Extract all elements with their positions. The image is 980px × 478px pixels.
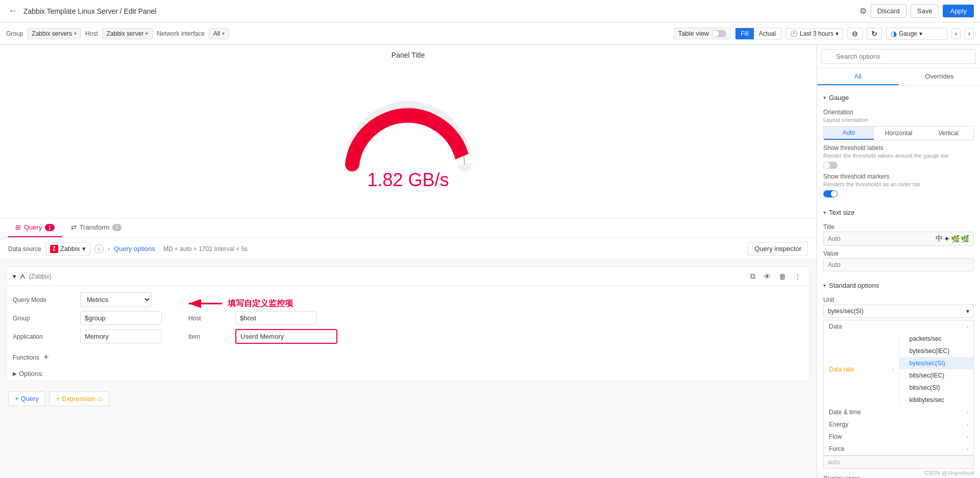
threshold-labels-toggle[interactable] xyxy=(823,162,838,169)
refresh-button[interactable]: ↻ xyxy=(867,28,882,40)
text-size-section-header[interactable]: ▾ Text size xyxy=(823,205,974,219)
more-button[interactable]: ⋮ xyxy=(792,271,803,282)
emoji-font: ✦ xyxy=(944,235,950,243)
collapse-caret[interactable]: ▾ xyxy=(13,272,16,280)
standard-options-header[interactable]: ▾ Standard options xyxy=(823,278,974,292)
time-range-label: Last 3 hours xyxy=(800,30,834,37)
viz-icon: ◑ xyxy=(891,30,897,38)
tab-transform[interactable]: ⇄ Transform 0 xyxy=(64,218,129,237)
min-input[interactable] xyxy=(823,456,974,469)
query-section: ⊞ Query 1 ⇄ Transform 0 Data source Z Za… xyxy=(0,218,816,478)
unit-caret: ▾ xyxy=(966,308,969,315)
topbar-right: ⚙ Discard Save Apply xyxy=(860,4,974,18)
dropdown-item-data-rate[interactable]: Data rate › xyxy=(824,333,899,406)
value-input[interactable] xyxy=(823,258,974,271)
query-mode-select[interactable]: Metrics xyxy=(80,292,152,307)
orientation-horizontal[interactable]: Horizontal xyxy=(874,127,924,140)
orientation-auto[interactable]: Auto xyxy=(824,127,874,140)
gauge-section-caret: ▾ xyxy=(823,95,826,100)
application-field-input[interactable] xyxy=(80,330,162,343)
viz-selector[interactable]: ◑ Gauge ▾ xyxy=(886,28,947,40)
host-field-input[interactable] xyxy=(235,311,317,325)
dropdown-item-flow[interactable]: Flow › xyxy=(824,431,973,443)
sub-bytes-iec[interactable]: bytes/sec(IEC) xyxy=(899,345,974,357)
gauge-section-header[interactable]: ▾ Gauge xyxy=(823,90,974,105)
sub-bits-iec[interactable]: bits/sec(IEC) xyxy=(899,369,974,382)
viz-nav-next[interactable]: › xyxy=(965,28,974,39)
query-fields: Query Mode Metrics Group Host xyxy=(7,286,810,350)
apply-button[interactable]: Apply xyxy=(943,5,974,17)
ds-zabbix-icon: Z xyxy=(50,245,58,253)
duplicate-button[interactable]: ⧉ xyxy=(748,271,757,282)
table-view-label: Table view xyxy=(678,30,709,37)
title-input[interactable] xyxy=(828,235,934,242)
item-field-input[interactable] xyxy=(235,329,337,344)
add-query-label: Query xyxy=(21,395,39,402)
sub-packets-sec[interactable]: packets/sec xyxy=(899,333,974,345)
dropdown-item-data-rate-row: Data rate › packets/sec bytes/sec(IEC) b… xyxy=(824,333,973,406)
dropdown-item-force-arrow: › xyxy=(967,446,968,452)
add-function-button[interactable]: + xyxy=(43,352,49,363)
table-view-toggle[interactable] xyxy=(712,30,726,37)
dropdown-item-data-rate-arrow: › xyxy=(892,367,893,372)
group-field-input[interactable] xyxy=(80,311,162,325)
query-inspector-button[interactable]: Query inspector xyxy=(748,242,808,256)
save-button[interactable]: Save xyxy=(911,4,939,18)
add-query-button[interactable]: + Query xyxy=(8,391,45,406)
sub-bits-si[interactable]: bits/sec(SI) xyxy=(899,382,974,394)
sub-bytes-si[interactable]: bytes/sec(SI) xyxy=(899,357,974,369)
delete-button[interactable]: 🗑 xyxy=(777,271,788,282)
orientation-sublabel: Layout orientation xyxy=(823,117,974,123)
info-icon[interactable]: i xyxy=(94,244,104,254)
filterbar: Group Zabbix servers ▾ Host Zabbix serve… xyxy=(0,22,980,45)
all-value: All xyxy=(213,30,220,37)
panel-area: Panel Title 1.82 GB/s xyxy=(0,45,817,478)
tab-overrides[interactable]: Overrides xyxy=(899,68,981,85)
eye-button[interactable]: 👁 xyxy=(762,271,773,282)
title-label: Title xyxy=(823,223,974,231)
right-panel: 🔍 All Overrides ▾ Gauge Orientation Layo… xyxy=(817,45,980,478)
dropdown-item-data[interactable]: Data › xyxy=(824,320,973,333)
discard-button[interactable]: Discard xyxy=(871,4,906,18)
dropdown-item-energy-arrow: › xyxy=(967,422,968,427)
emoji-leaf2: 🌿 xyxy=(961,235,969,243)
back-button[interactable]: ← xyxy=(6,4,19,18)
dropdown-item-date-time[interactable]: Date & time › xyxy=(824,406,973,418)
group-select[interactable]: Zabbix servers ▾ xyxy=(27,28,81,39)
gear-icon[interactable]: ⚙ xyxy=(860,6,867,16)
gauge-container: 1.82 GB/s xyxy=(337,78,480,191)
group-field-label: Group xyxy=(13,315,74,322)
gauge-section-body: Orientation Layout orientation Auto Hori… xyxy=(823,109,974,205)
unit-select[interactable]: bytes/sec(SI) ▾ xyxy=(823,305,974,318)
threshold-markers-knob xyxy=(831,191,837,197)
time-range-selector[interactable]: 🕐 Last 3 hours ▾ xyxy=(786,28,843,39)
options-row[interactable]: ▶ Options: xyxy=(7,367,810,381)
dropdown-item-energy[interactable]: Energy › xyxy=(824,418,973,431)
viz-label: Gauge xyxy=(899,30,917,37)
zoom-out-button[interactable]: ⊖ xyxy=(847,28,863,40)
show-threshold-labels-label: Show threshold labels xyxy=(823,144,974,152)
unit-label: Unit xyxy=(823,296,974,304)
tab-query[interactable]: ⊞ Query 1 xyxy=(8,218,62,237)
host-select[interactable]: Zabbix server ▾ xyxy=(102,28,153,39)
fill-button[interactable]: Fill xyxy=(736,28,753,39)
tab-all[interactable]: All xyxy=(817,68,899,85)
dropdown-item-force[interactable]: Force › xyxy=(824,443,973,455)
group-value: Zabbix servers xyxy=(32,30,72,37)
actual-button[interactable]: Actual xyxy=(754,28,781,39)
sub-kibibytes-sec[interactable]: kibibytes/sec xyxy=(899,394,974,406)
orientation-vertical[interactable]: Vertical xyxy=(923,127,973,140)
all-select[interactable]: All ▾ xyxy=(209,28,229,39)
show-threshold-markers-label: Show threshold markers xyxy=(823,173,974,180)
add-expression-button[interactable]: + Expression ⚠ xyxy=(50,391,109,406)
search-input[interactable] xyxy=(821,49,976,64)
add-query-plus: + xyxy=(15,395,19,402)
threshold-markers-toggle[interactable] xyxy=(823,190,838,197)
query-options-link[interactable]: Query options xyxy=(114,245,155,253)
ds-select[interactable]: Z Zabbix ▾ xyxy=(45,242,90,256)
main-layout: Panel Title 1.82 GB/s xyxy=(0,45,980,478)
viz-nav-prev[interactable]: ‹ xyxy=(951,28,961,39)
dropdown-item-energy-label: Energy xyxy=(829,421,848,428)
threshold-labels-knob xyxy=(824,162,830,168)
group-label: Group xyxy=(6,30,23,37)
